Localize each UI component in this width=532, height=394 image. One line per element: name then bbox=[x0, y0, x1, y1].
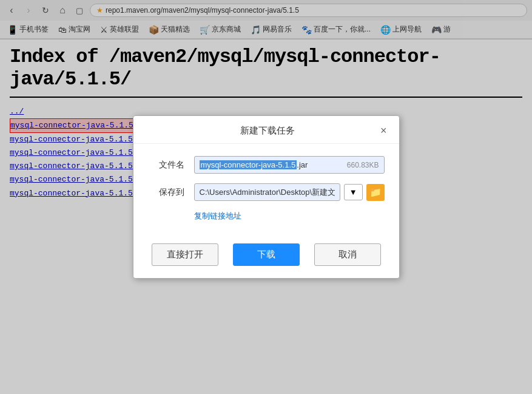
saveto-field: ▼ 📁 bbox=[194, 183, 385, 201]
filename-field: mysql-connector-java-5.1.5.jar 660.83KB bbox=[194, 156, 385, 174]
folder-icon: 📁 bbox=[369, 186, 382, 198]
filename-suffix: .jar bbox=[297, 160, 308, 169]
filename-size: 660.83KB bbox=[347, 161, 379, 169]
modal-overlay: 新建下载任务 × 文件名 mysql-connector-java-5.1.5.… bbox=[0, 0, 532, 206]
download-modal: 新建下载任务 × 文件名 mysql-connector-java-5.1.5.… bbox=[133, 115, 400, 206]
modal-title: 新建下载任务 bbox=[158, 125, 378, 137]
filename-content: mysql-connector-java-5.1.5.jar bbox=[200, 160, 308, 169]
modal-body: 文件名 mysql-connector-java-5.1.5.jar 660.8… bbox=[133, 144, 399, 206]
saveto-folder-button[interactable]: 📁 bbox=[366, 184, 385, 201]
modal-close-button[interactable]: × bbox=[378, 124, 389, 137]
filename-row: 文件名 mysql-connector-java-5.1.5.jar 660.8… bbox=[148, 156, 385, 174]
filename-label: 文件名 bbox=[148, 160, 184, 171]
filename-input[interactable]: mysql-connector-java-5.1.5.jar 660.83KB bbox=[194, 156, 385, 174]
modal-header: 新建下载任务 × bbox=[133, 116, 399, 144]
saveto-dropdown-button[interactable]: ▼ bbox=[344, 184, 363, 200]
filename-highlight: mysql-connector-java-5.1.5 bbox=[200, 160, 297, 169]
saveto-row: 保存到 ▼ 📁 bbox=[148, 183, 385, 201]
saveto-input[interactable] bbox=[194, 183, 340, 201]
saveto-label: 保存到 bbox=[148, 187, 184, 198]
